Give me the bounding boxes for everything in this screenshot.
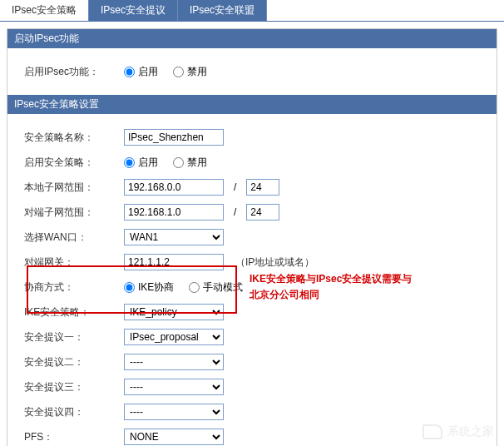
disable-policy-text: 禁用 [187,156,207,170]
enable-policy-text: 启用 [138,156,158,170]
section-policy-settings-header: IPsec安全策略设置 [7,95,497,114]
gateway-input[interactable] [124,254,224,270]
disable-text: 禁用 [187,65,207,79]
enable-policy-radio-disable[interactable]: 禁用 [173,156,207,170]
remote-subnet-mask-input[interactable] [246,204,279,221]
wan-select[interactable]: WAN1 [124,229,224,245]
annotation-text: IKE安全策略与IPsec安全提议需要与北京分公司相同 [250,271,416,303]
policy-name-label: 安全策略名称： [24,131,124,145]
watermark: 系统之家 [422,424,494,439]
section-enable-ipsec-body: 启用IPsec功能： 启用 禁用 [7,48,497,95]
main-container: 启动IPsec功能 启用IPsec功能： 启用 禁用 IPsec安全策略设置 安… [7,28,497,446]
watermark-text: 系统之家 [447,424,494,439]
proposal1-select[interactable]: IPsec_proposal [124,329,224,345]
enable-ipsec-label: 启用IPsec功能： [24,65,124,79]
negotiation-radio-ike[interactable]: IKE协商 [124,280,174,295]
proposal2-select[interactable]: ---- [124,354,224,370]
policy-name-input[interactable] [124,129,224,146]
proposal3-select[interactable]: ---- [124,379,224,395]
enable-ipsec-radio-enable[interactable]: 启用 [124,65,158,79]
local-subnet-label: 本地子网范围： [24,181,124,195]
proposal3-label: 安全提议三： [24,380,124,394]
enable-ipsec-radio-disable[interactable]: 禁用 [173,65,207,79]
local-subnet-mask-input[interactable] [246,179,279,196]
manual-mode-text: 手动模式 [203,280,243,295]
watermark-icon [422,424,442,439]
negotiation-label: 协商方式： [24,280,124,295]
wan-label: 选择WAN口： [24,230,124,245]
slash-divider: / [234,181,236,193]
ike-mode-text: IKE协商 [138,280,174,295]
local-subnet-ip-input[interactable] [124,179,224,196]
tab-ipsec-policy[interactable]: IPsec安全策略 [0,0,89,21]
slash-divider: / [234,206,236,218]
gateway-note: （IP地址或域名） [235,255,314,270]
enable-policy-radio-enable[interactable]: 启用 [124,156,158,170]
proposal4-label: 安全提议四： [24,405,124,419]
tab-ipsec-sa[interactable]: IPsec安全联盟 [178,0,267,21]
enable-text: 启用 [138,65,158,79]
remote-subnet-ip-input[interactable] [124,204,224,221]
gateway-label: 对端网关： [24,255,124,270]
proposal4-select[interactable]: ---- [124,404,224,420]
remote-subnet-label: 对端子网范围： [24,206,124,220]
negotiation-radio-manual[interactable]: 手动模式 [189,280,243,295]
tab-bar: IPsec安全策略 IPsec安全提议 IPsec安全联盟 [0,0,504,22]
tab-ipsec-proposal[interactable]: IPsec安全提议 [89,0,178,21]
section-enable-ipsec-header: 启动IPsec功能 [7,29,497,48]
enable-policy-label: 启用安全策略： [24,156,124,170]
pfs-select[interactable]: NONE [124,429,224,445]
ike-policy-select[interactable]: IKE_policy [124,304,224,320]
pfs-label: PFS： [24,430,124,444]
ike-policy-label: IKE安全策略： [24,305,124,320]
proposal2-label: 安全提议二： [24,355,124,369]
proposal1-label: 安全提议一： [24,330,124,344]
